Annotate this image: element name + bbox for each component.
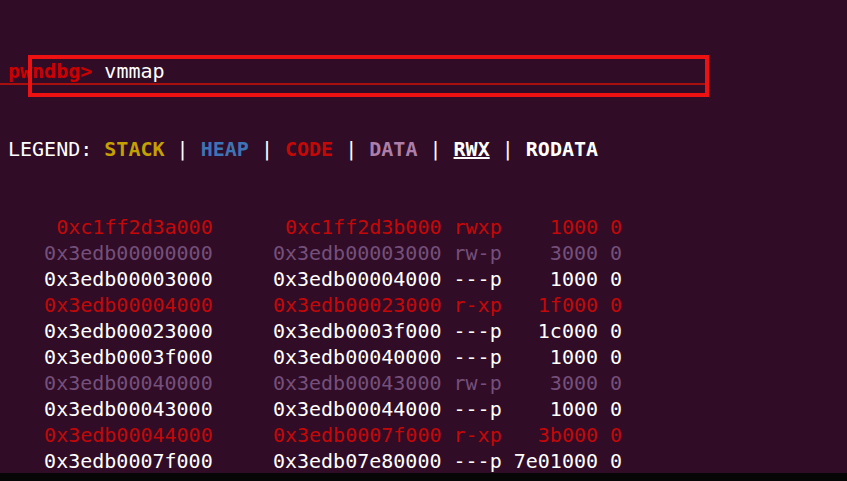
vmmap-row: 0x3edb00040000 0x3edb00043000 rw-p 3000 … — [8, 370, 847, 396]
legend-item-code: CODE — [285, 137, 333, 161]
vmmap-row: 0x3edb0003f000 0x3edb00040000 ---p 1000 … — [8, 344, 847, 370]
legend-label: LEGEND: — [8, 137, 104, 161]
terminal-screen[interactable]: pwndbg> vmmap LEGEND: STACK | HEAP | COD… — [8, 6, 847, 481]
vmmap-row: 0x3edb00000000 0x3edb00003000 rw-p 3000 … — [8, 240, 847, 266]
vmmap-row: 0x3edb00043000 0x3edb00044000 ---p 1000 … — [8, 396, 847, 422]
command-text — [92, 59, 104, 83]
pwndbg-prompt: pwndbg> — [8, 59, 92, 83]
vmmap-row: 0x3edb0007f000 0x3edb07e80000 ---p 7e010… — [8, 448, 847, 474]
legend-separator: | — [417, 137, 453, 161]
legend-separator: | — [249, 137, 285, 161]
vmmap-row: 0xc1ff2d3a000 0xc1ff2d3b000 rwxp 1000 0 — [8, 214, 847, 240]
legend-item-rodata: RODATA — [526, 137, 598, 161]
legend-separator: | — [490, 137, 526, 161]
vmmap-row: 0x3edb00004000 0x3edb00023000 r-xp 1f000… — [8, 292, 847, 318]
terminal-window[interactable]: pwndbg> vmmap LEGEND: STACK | HEAP | COD… — [0, 0, 847, 481]
vmmap-table: 0xc1ff2d3a000 0xc1ff2d3b000 rwxp 1000 0 … — [8, 214, 847, 481]
vmmap-row: 0x3edb00044000 0x3edb0007f000 r-xp 3b000… — [8, 422, 847, 448]
legend-separator: | — [333, 137, 369, 161]
legend-line: LEGEND: STACK | HEAP | CODE | DATA | RWX… — [8, 136, 847, 162]
legend-separator: | — [165, 137, 201, 161]
legend-item-heap: HEAP — [201, 137, 249, 161]
vmmap-command: vmmap — [104, 59, 164, 83]
legend-item-rwx: RWX — [454, 137, 490, 161]
bottom-edge-bar — [0, 473, 847, 481]
prompt-line: pwndbg> vmmap — [8, 58, 847, 84]
legend-item-data: DATA — [369, 137, 417, 161]
vmmap-row: 0x3edb00003000 0x3edb00004000 ---p 1000 … — [8, 266, 847, 292]
legend-item-stack: STACK — [104, 137, 164, 161]
vmmap-row: 0x3edb00023000 0x3edb0003f000 ---p 1c000… — [8, 318, 847, 344]
